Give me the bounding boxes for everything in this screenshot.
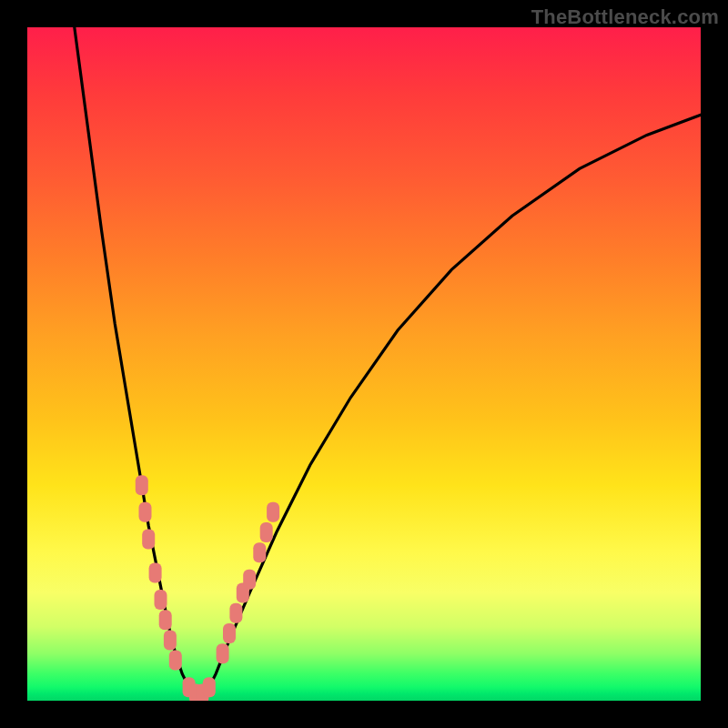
marker-point	[253, 542, 266, 562]
marker-point	[260, 522, 273, 542]
marker-point	[169, 651, 182, 671]
attribution-label: TheBottleneck.com	[531, 5, 719, 29]
marker-point	[203, 677, 216, 697]
marker-point	[164, 630, 177, 650]
marker-point	[142, 529, 155, 549]
marker-point	[136, 475, 148, 495]
marker-layer	[136, 475, 279, 701]
bottleneck-curve	[75, 27, 701, 694]
marker-point	[267, 502, 279, 522]
plot-area	[27, 27, 701, 701]
marker-point	[139, 502, 152, 522]
marker-point	[243, 570, 256, 590]
marker-point	[155, 590, 167, 610]
marker-point	[229, 603, 242, 623]
marker-point	[217, 643, 229, 663]
chart-frame: TheBottleneck.com	[0, 0, 728, 728]
marker-point	[223, 623, 236, 643]
marker-point	[159, 610, 172, 630]
marker-point	[149, 562, 162, 582]
curve-layer	[27, 27, 701, 701]
